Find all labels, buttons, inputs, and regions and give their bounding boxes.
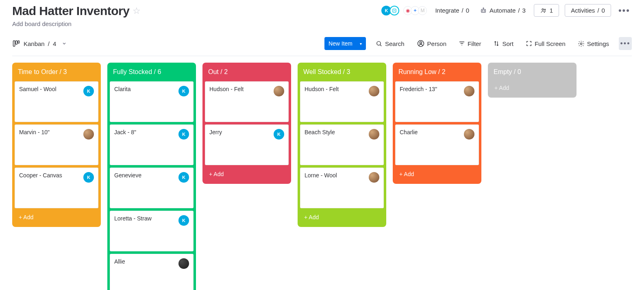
kanban-column-out: Out / 2Hudson - FeltJerryK+ Add (202, 63, 291, 184)
column-add-button[interactable]: + Add (490, 81, 574, 94)
assignee-avatar[interactable]: K (83, 172, 94, 183)
integrate-count: 0 (466, 7, 469, 14)
kanban-card[interactable]: Lorne - Wool (300, 168, 384, 208)
kanban-card[interactable]: Allie (110, 254, 194, 290)
svg-point-4 (483, 8, 484, 9)
card-title: Jack - 8" (114, 129, 136, 135)
sort-icon (493, 40, 500, 47)
star-icon[interactable]: ☆ (133, 6, 141, 16)
svg-point-6 (544, 9, 546, 10)
column-header[interactable]: Running Low / 2 (395, 66, 479, 79)
card-title: Marvin - 10" (19, 129, 50, 135)
assignee-avatar[interactable]: K (178, 172, 189, 183)
chevron-down-icon (62, 41, 67, 46)
column-header[interactable]: Well Stocked / 3 (300, 66, 384, 79)
kanban-column-time_to_order: Time to Order / 3Samuel - WoolKMarvin - … (12, 63, 101, 227)
assignee-avatar[interactable]: K (178, 129, 189, 140)
board-menu-icon[interactable]: ••• (617, 5, 632, 16)
card-title: Samuel - Wool (19, 86, 57, 92)
svg-point-5 (542, 9, 544, 10)
presence-icon (389, 6, 399, 15)
kanban-column-empty: Empty / 0+ Add (488, 63, 577, 98)
column-header[interactable]: Time to Order / 3 (15, 66, 98, 79)
assignee-avatar[interactable] (178, 258, 189, 269)
person-button[interactable]: Person (414, 38, 449, 49)
column-add-button[interactable]: + Add (205, 168, 289, 181)
settings-label: Settings (587, 40, 609, 47)
members-count: 1 (550, 7, 553, 14)
column-header[interactable]: Empty / 0 (490, 66, 574, 79)
column-header[interactable]: Out / 2 (205, 66, 289, 79)
automate-label: Automate (490, 7, 516, 14)
kanban-card[interactable]: Frederich - 13" (395, 81, 479, 122)
svg-rect-9 (18, 41, 19, 43)
automate-button[interactable]: Automate / 3 (477, 5, 528, 16)
kanban-board: Time to Order / 3Samuel - WoolKMarvin - … (12, 56, 632, 290)
board-description[interactable]: Add board description (12, 20, 141, 27)
kanban-card[interactable]: Marvin - 10" (15, 124, 98, 165)
view-selector[interactable]: Kanban / 4 (12, 39, 67, 48)
svg-point-11 (418, 41, 424, 47)
person-icon (417, 39, 425, 48)
assignee-avatar[interactable] (274, 86, 284, 96)
kanban-card[interactable]: Beach Style (300, 124, 384, 165)
filter-button[interactable]: Filter (456, 39, 483, 49)
kanban-card[interactable]: ClaritaK (110, 81, 194, 122)
gear-icon (578, 40, 585, 47)
filter-label: Filter (468, 40, 481, 47)
assignee-avatar[interactable] (464, 129, 474, 140)
assignee-avatar[interactable]: K (178, 215, 189, 226)
members-button[interactable]: 1 (534, 4, 559, 17)
assignee-avatar[interactable] (369, 129, 379, 140)
kanban-card[interactable]: JerryK (205, 124, 289, 165)
integration-icon-3: M (418, 6, 427, 15)
fullscreen-icon (526, 40, 532, 47)
card-title: Genevieve (114, 172, 141, 179)
kanban-card[interactable]: Jack - 8"K (110, 124, 194, 165)
activities-label: Activities (571, 7, 595, 14)
card-title: Jerry (209, 129, 222, 135)
card-title: Hudson - Felt (305, 86, 339, 92)
kanban-card[interactable]: Charlie (395, 124, 479, 165)
kanban-card[interactable]: Loretta - StrawK (110, 211, 194, 251)
integration-icons[interactable]: ◉ ✦ M (405, 6, 427, 15)
column-add-button[interactable]: + Add (395, 168, 479, 181)
settings-button[interactable]: Settings (575, 39, 611, 49)
kanban-card[interactable]: Cooper - CanvasK (15, 168, 98, 208)
members-icon (540, 7, 547, 14)
activities-button[interactable]: Activities / 0 (565, 4, 611, 17)
toolbar-more-icon[interactable]: ••• (619, 37, 632, 50)
fullscreen-button[interactable]: Full Screen (523, 39, 568, 49)
kanban-card[interactable]: Samuel - WoolK (15, 81, 98, 122)
search-icon (376, 40, 383, 47)
card-title: Allie (114, 258, 125, 265)
assignee-avatar[interactable] (464, 86, 474, 96)
card-title: Charlie (400, 129, 418, 135)
assignee-avatar[interactable] (83, 129, 94, 140)
view-count: 4 (53, 40, 56, 47)
kanban-card[interactable]: Hudson - Felt (300, 81, 384, 122)
robot-icon (480, 7, 487, 14)
search-label: Search (385, 40, 405, 47)
assignee-avatar[interactable] (369, 172, 379, 183)
kanban-column-fully_stocked: Fully Stocked / 6ClaritaKJack - 8"KGenev… (107, 63, 196, 290)
column-header[interactable]: Fully Stocked / 6 (110, 66, 194, 79)
column-add-button[interactable]: + Add (300, 211, 384, 224)
assignee-avatar[interactable]: K (178, 86, 189, 96)
board-title[interactable]: Mad Hatter Inventory (12, 4, 129, 18)
search-button[interactable]: Search (373, 39, 407, 49)
new-item-label: New Item (329, 40, 352, 47)
card-title: Lorne - Wool (305, 172, 337, 179)
sort-button[interactable]: Sort (491, 39, 516, 49)
new-item-button[interactable]: New Item ▾ (324, 37, 366, 50)
assignee-avatar[interactable]: K (83, 86, 94, 96)
presence-chips[interactable]: K (383, 6, 399, 15)
kanban-card[interactable]: Hudson - Felt (205, 81, 289, 122)
view-name: Kanban (24, 40, 45, 47)
assignee-avatar[interactable]: K (274, 129, 284, 140)
automate-count: 3 (522, 7, 526, 14)
kanban-card[interactable]: GenevieveK (110, 168, 194, 208)
assignee-avatar[interactable] (369, 86, 379, 96)
column-add-button[interactable]: + Add (15, 211, 98, 224)
integrate-button[interactable]: Integrate / 0 (433, 5, 472, 15)
